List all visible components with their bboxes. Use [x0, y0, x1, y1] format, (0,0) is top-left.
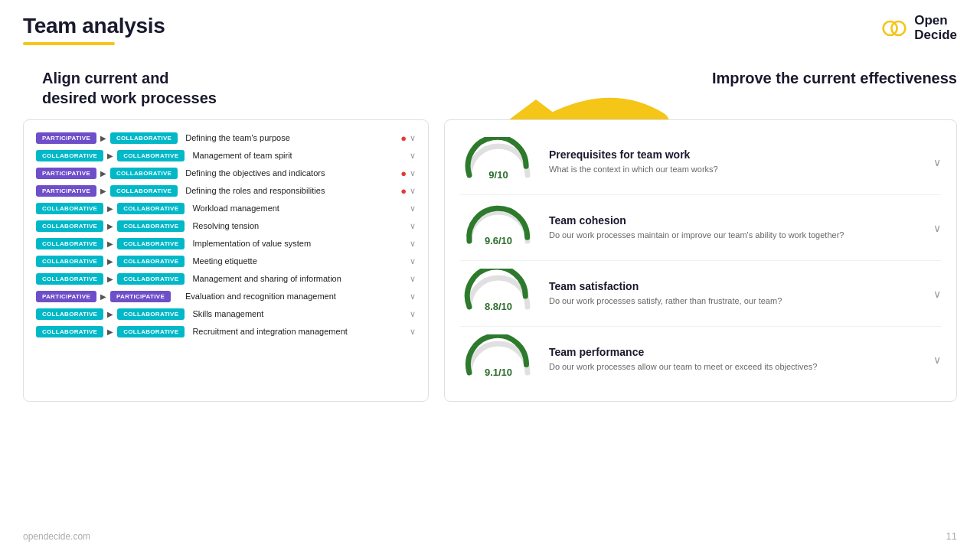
- gauge-value: 9/10: [488, 169, 508, 181]
- badge-current: COLLABORATIVE: [36, 273, 103, 285]
- metric-chevron[interactable]: ∨: [933, 288, 941, 300]
- badge-desired: COLLABORATIVE: [117, 273, 185, 285]
- metric-row: 8.8/10Team satisfactionDo our work proce…: [460, 261, 941, 327]
- badge-current: COLLABORATIVE: [36, 150, 103, 161]
- process-name: Resolving tension: [185, 220, 407, 231]
- badge-desired: COLLABORATIVE: [117, 326, 185, 337]
- process-name: Defining the roles and responsibilities: [178, 185, 397, 196]
- arrow-icon: ▶: [107, 240, 113, 248]
- sub-headers: Align current and desired work processes…: [0, 45, 980, 116]
- metric-info: Team cohesionDo our work processes maint…: [549, 214, 921, 241]
- gauge-value: 9.6/10: [485, 235, 512, 246]
- process-row: COLLABORATIVE▶COLLABORATIVEManagement of…: [36, 150, 416, 161]
- title-block: Team analysis: [23, 14, 165, 45]
- chevron-icon[interactable]: ∨: [410, 221, 416, 231]
- badge-current: COLLABORATIVE: [36, 308, 103, 320]
- footer: opendecide.com 11: [23, 530, 957, 542]
- process-name: Defining the objectives and indicators: [178, 168, 397, 178]
- metric-chevron[interactable]: ∨: [933, 354, 941, 366]
- chevron-icon[interactable]: ∨: [410, 327, 416, 337]
- gauge-value: 8.8/10: [485, 301, 512, 312]
- arrow-icon: ▶: [107, 275, 113, 283]
- process-name: Implementation of value system: [185, 238, 407, 249]
- right-panel: 9/10Prerequisites for team workWhat is t…: [444, 119, 957, 402]
- chevron-icon[interactable]: ∨: [410, 274, 416, 284]
- badge-desired: COLLABORATIVE: [117, 256, 185, 267]
- content-area: PARTICIPATIVE▶COLLABORATIVEDefining the …: [0, 119, 980, 402]
- logo-area: Open Decide: [880, 14, 957, 42]
- gauge-container: 8.8/10: [460, 269, 537, 318]
- metric-description: Do our work processes satisfy, rather th…: [549, 295, 921, 307]
- right-section-heading: Improve the current effectiveness: [712, 68, 957, 108]
- metric-title: Prerequisites for team work: [549, 148, 921, 161]
- process-name: Defining the team's purpose: [178, 132, 397, 143]
- process-row: COLLABORATIVE▶COLLABORATIVEMeeting etiqu…: [36, 256, 416, 267]
- metric-row: 9.6/10Team cohesionDo our work processes…: [460, 195, 941, 261]
- process-name: Recruitment and integration management: [185, 326, 407, 337]
- logo-text: Open Decide: [914, 14, 957, 42]
- badge-current: PARTICIPATIVE: [36, 132, 96, 144]
- gauge-container: 9.6/10: [460, 203, 537, 253]
- process-row: PARTICIPATIVE▶COLLABORATIVEDefining the …: [36, 132, 416, 144]
- chevron-icon[interactable]: ∨: [410, 239, 416, 249]
- arrow-icon: ▶: [107, 328, 113, 336]
- badge-desired: COLLABORATIVE: [117, 203, 185, 214]
- gauge-container: 9.1/10: [460, 334, 537, 384]
- badge-desired: COLLABORATIVE: [110, 185, 178, 197]
- title-underline: [23, 42, 115, 45]
- badge-current: PARTICIPATIVE: [36, 291, 96, 302]
- alert-icon: ●: [400, 168, 407, 179]
- process-row: COLLABORATIVE▶COLLABORATIVEImplementatio…: [36, 238, 416, 249]
- badge-current: COLLABORATIVE: [36, 256, 103, 267]
- metric-title: Team performance: [549, 346, 921, 358]
- badge-current: COLLABORATIVE: [36, 220, 103, 232]
- badge-current: COLLABORATIVE: [36, 238, 103, 249]
- process-row: COLLABORATIVE▶COLLABORATIVEResolving ten…: [36, 220, 416, 232]
- metric-row: 9.1/10Team performanceDo our work proces…: [460, 327, 941, 392]
- process-name: Meeting etiquette: [185, 256, 407, 266]
- process-row: COLLABORATIVE▶COLLABORATIVEWorkload mana…: [36, 203, 416, 214]
- arrow-icon: ▶: [100, 292, 106, 301]
- arrow-icon: ▶: [107, 257, 113, 266]
- gauge-container: 9/10: [460, 137, 537, 187]
- chevron-icon[interactable]: ∨: [410, 309, 416, 319]
- badge-current: PARTICIPATIVE: [36, 185, 96, 197]
- process-row: COLLABORATIVE▶COLLABORATIVESkills manage…: [36, 308, 416, 320]
- chevron-icon[interactable]: ∨: [410, 133, 416, 143]
- process-row: COLLABORATIVE▶COLLABORATIVERecruitment a…: [36, 326, 416, 337]
- chevron-icon[interactable]: ∨: [410, 204, 416, 214]
- process-name: Management and sharing of information: [185, 273, 407, 284]
- arrow-icon: ▶: [100, 169, 106, 178]
- chevron-icon[interactable]: ∨: [410, 186, 416, 196]
- metric-info: Prerequisites for team workWhat is the c…: [549, 148, 921, 175]
- arrow-icon: ▶: [100, 134, 106, 142]
- logo-icon: [880, 15, 908, 42]
- chevron-icon[interactable]: ∨: [410, 151, 416, 161]
- process-name: Management of team spirit: [185, 150, 407, 161]
- header: Team analysis Open Decide: [0, 0, 980, 45]
- process-row: PARTICIPATIVE▶PARTICIPATIVEEvaluation an…: [36, 291, 416, 302]
- alert-icon: ●: [400, 132, 407, 144]
- svg-point-1: [892, 21, 906, 35]
- metric-chevron[interactable]: ∨: [933, 156, 941, 168]
- process-row: COLLABORATIVE▶COLLABORATIVEManagement an…: [36, 273, 416, 285]
- badge-desired: PARTICIPATIVE: [110, 291, 171, 302]
- arrow-icon: ▶: [107, 204, 113, 213]
- chevron-icon[interactable]: ∨: [410, 292, 416, 302]
- metric-title: Team cohesion: [549, 214, 921, 227]
- metric-description: Do our work processes allow our team to …: [549, 361, 921, 373]
- chevron-icon[interactable]: ∨: [410, 256, 416, 266]
- arrow-icon: ▶: [107, 222, 113, 230]
- gauge-value: 9.1/10: [485, 367, 512, 378]
- badge-current: COLLABORATIVE: [36, 203, 103, 214]
- left-panel: PARTICIPATIVE▶COLLABORATIVEDefining the …: [23, 119, 429, 402]
- arrow-icon: ▶: [100, 187, 106, 195]
- footer-url: opendecide.com: [23, 531, 90, 542]
- badge-current: PARTICIPATIVE: [36, 168, 96, 179]
- metric-chevron[interactable]: ∨: [933, 222, 941, 234]
- process-name: Skills management: [185, 308, 407, 319]
- badge-desired: COLLABORATIVE: [110, 168, 178, 179]
- chevron-icon[interactable]: ∨: [410, 168, 416, 178]
- badge-desired: COLLABORATIVE: [117, 220, 185, 232]
- arrow-icon: ▶: [107, 152, 113, 160]
